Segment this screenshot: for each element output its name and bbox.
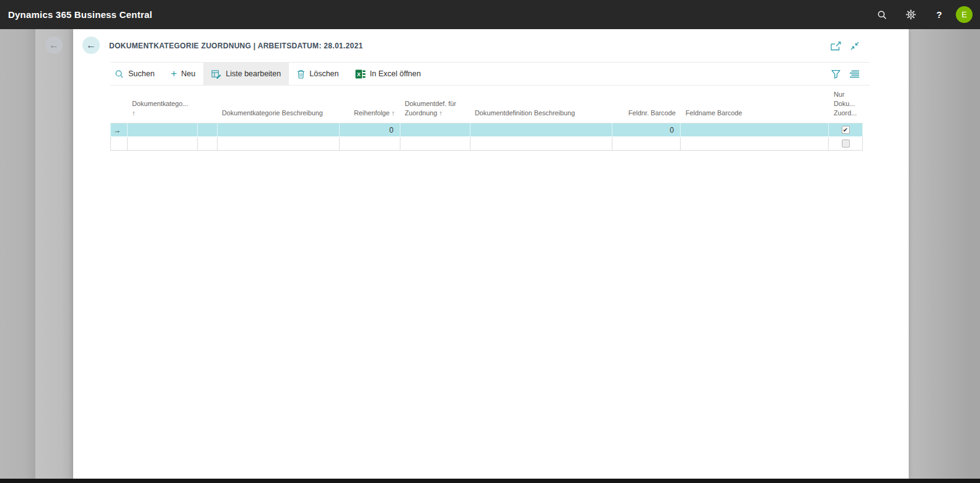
toolbar-excel-label: In Excel öffnen: [370, 69, 421, 78]
back-button[interactable]: ←: [82, 37, 100, 54]
page-dokumentkategorie-zuordnung: ← DOKUMENTKATEGORIE ZUORDNUNG | ARBEITSD…: [73, 29, 909, 479]
magnifier-icon: [115, 69, 124, 79]
toolbar-open-in-excel-button[interactable]: X In Excel öffnen: [347, 63, 429, 85]
toolbar-right-icons: [831, 63, 870, 85]
action-toolbar: Suchen + Neu Liste bearbeiten: [110, 62, 870, 86]
header-dokumentdefinition-beschreibung[interactable]: Dokumentdefinition Beschreibung: [470, 86, 612, 123]
toolbar-edit-list-button[interactable]: Liste bearbeiten: [203, 63, 289, 85]
toolbar-search-label: Suchen: [128, 69, 154, 78]
grid-header-row: Dokumentkatego... ↑ Dokumentkategorie Be…: [110, 86, 863, 123]
cell-dokumentdef-fuer-zuordnung[interactable]: [400, 123, 470, 136]
header-dokumentdef-fuer-zuordnung[interactable]: Dokumentdef. für Zuordnung ↑: [400, 86, 470, 123]
trash-icon: [297, 69, 305, 79]
toolbar-edit-list-label: Liste bearbeiten: [226, 69, 281, 78]
collapse-view-icon[interactable]: [850, 41, 860, 51]
header-gutter: [110, 86, 127, 123]
cell-feldname-barcode[interactable]: [681, 137, 829, 150]
checkbox-unchecked[interactable]: [842, 140, 850, 148]
toolbar-new-button[interactable]: + Neu: [162, 63, 203, 85]
cell-nur-doku-zuord: ✔: [829, 123, 863, 136]
table-row-selected: → 0 0 ✔: [110, 123, 863, 137]
header-nur-doku-zuord[interactable]: Nur Doku... Zuord...: [829, 86, 863, 123]
toolbar-search-button[interactable]: Suchen: [110, 63, 162, 85]
cell-reihenfolge[interactable]: 0: [340, 123, 400, 136]
cell-nur-doku-zuord: [829, 137, 863, 150]
table-row-empty: [110, 137, 863, 151]
edit-list-icon: [211, 69, 221, 79]
cell-dokumentdefinition-beschreibung[interactable]: [470, 123, 613, 136]
search-icon[interactable]: [868, 0, 896, 29]
page-title: DOKUMENTKATEGORIE ZUORDNUNG | ARBEITSDAT…: [109, 42, 363, 50]
toolbar-delete-label: Löschen: [309, 69, 338, 78]
background-page-layer-2: [35, 29, 73, 479]
row-indicator-icon: →: [111, 123, 128, 136]
header-feldnr-barcode[interactable]: Feldnr. Barcode: [612, 86, 681, 123]
page-header-icons: [831, 41, 860, 51]
dimmed-back-arrow-icon: ←: [45, 37, 63, 54]
toolbar-delete-button[interactable]: Löschen: [289, 63, 347, 85]
gear-icon[interactable]: [896, 0, 925, 29]
plus-icon: +: [170, 69, 177, 78]
toolbar-new-label: Neu: [181, 69, 195, 78]
cell-assist[interactable]: [198, 137, 218, 150]
excel-icon: X: [355, 69, 366, 79]
cell-dokumentkategorie-beschreibung[interactable]: [218, 137, 340, 150]
cell-assist[interactable]: [198, 123, 218, 136]
header-assist-column: [197, 86, 217, 123]
cell-dokumentdef-fuer-zuordnung[interactable]: [400, 137, 470, 150]
help-icon[interactable]: ?: [925, 0, 953, 29]
cell-dokumentdefinition-beschreibung[interactable]: [470, 137, 613, 150]
cell-feldnr-barcode[interactable]: [612, 137, 681, 150]
svg-text:X: X: [356, 71, 360, 77]
filter-icon[interactable]: [831, 69, 841, 79]
cell-dokumentkategorie-beschreibung[interactable]: [218, 123, 340, 136]
header-dokumentkategorie[interactable]: Dokumentkatego... ↑: [127, 86, 197, 123]
header-reihenfolge[interactable]: Reihenfolge ↑: [339, 86, 400, 123]
background-page-layer-1: [0, 29, 35, 479]
bottom-edge-bar: [0, 479, 980, 483]
list-options-icon[interactable]: [850, 70, 860, 78]
cell-dokumentkategorie[interactable]: [128, 137, 198, 150]
app-title: Dynamics 365 Business Central: [8, 9, 152, 20]
checkbox-checked[interactable]: ✔: [842, 126, 850, 134]
row-indicator-gutter: [111, 137, 128, 150]
open-in-new-window-icon[interactable]: [831, 42, 842, 51]
header-dokumentkategorie-beschreibung[interactable]: Dokumentkategorie Beschreibung: [217, 86, 339, 123]
data-grid: Dokumentkatego... ↑ Dokumentkategorie Be…: [110, 86, 863, 151]
cell-feldnr-barcode[interactable]: 0: [612, 123, 681, 136]
header-feldname-barcode[interactable]: Feldname Barcode: [681, 86, 829, 123]
cell-reihenfolge[interactable]: [340, 137, 400, 150]
app-top-bar: Dynamics 365 Business Central ? E: [0, 0, 980, 29]
cell-dokumentkategorie[interactable]: [128, 123, 198, 136]
topbar-actions: ? E: [868, 0, 973, 29]
user-avatar[interactable]: E: [956, 6, 973, 23]
cell-feldname-barcode[interactable]: [681, 123, 829, 136]
